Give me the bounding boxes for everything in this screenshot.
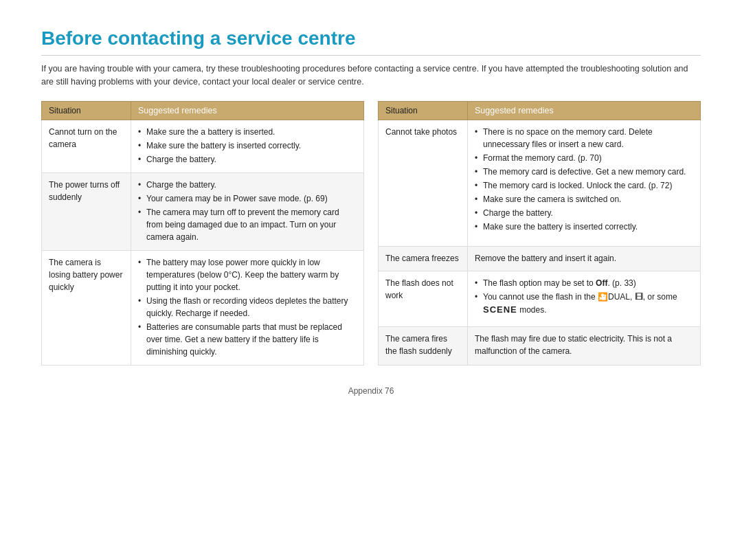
table-row: The power turns off suddenly Charge the … xyxy=(42,172,364,250)
page-title: Before contacting a service centre xyxy=(41,27,701,56)
table-row: The camera is losing battery power quick… xyxy=(42,250,364,365)
list-item: The flash option may be set to Off. (p. … xyxy=(475,277,693,289)
left-col-situation: Situation xyxy=(42,101,131,120)
scene-text: SCENE xyxy=(483,304,517,315)
remedies-cell: Remove the battery and insert it again. xyxy=(468,246,701,271)
list-item: Make sure the battery is inserted correc… xyxy=(475,221,693,233)
list-item: The memory card is locked. Unlock the ca… xyxy=(475,179,693,192)
list-item: Using the flash or recording videos depl… xyxy=(138,295,357,320)
list-item: The memory card is defective. Get a new … xyxy=(475,166,693,178)
remedies-cell: The flash option may be set to Off. (p. … xyxy=(468,271,701,326)
table-row: Cannot turn on the camera Make sure the … xyxy=(42,120,364,172)
remedies-cell: Charge the battery. Your camera may be i… xyxy=(131,172,364,250)
right-col-remedies: Suggested remedies xyxy=(468,101,701,120)
tables-wrapper: Situation Suggested remedies Cannot turn… xyxy=(41,101,701,366)
right-col-situation: Situation xyxy=(379,101,468,120)
situation-cell: The power turns off suddenly xyxy=(42,172,131,250)
left-table: Situation Suggested remedies Cannot turn… xyxy=(41,101,364,366)
table-row: The flash does not work The flash option… xyxy=(379,271,701,326)
list-item: Charge the battery. xyxy=(138,153,357,166)
remedies-cell: There is no space on the memory card. De… xyxy=(468,120,701,246)
remedies-cell: The flash may fire due to static electri… xyxy=(468,326,701,365)
list-item: Format the memory card. (p. 70) xyxy=(475,152,693,164)
right-table: Situation Suggested remedies Cannot take… xyxy=(378,101,701,366)
remedies-cell: Make sure the a battery is inserted. Mak… xyxy=(131,120,364,172)
list-item: Charge the battery. xyxy=(138,179,357,191)
list-item: Make sure the a battery is inserted. xyxy=(138,126,357,138)
dual-icon: 🎦DUAL xyxy=(598,292,630,302)
list-item: Charge the battery. xyxy=(475,207,693,219)
list-item: Make sure the battery is inserted correc… xyxy=(138,139,357,152)
table-row: Cannot take photos There is no space on … xyxy=(379,120,701,246)
situation-cell: The camera is losing battery power quick… xyxy=(42,250,131,365)
table-row: The camera freezes Remove the battery an… xyxy=(379,246,701,271)
intro-text: If you are having trouble with your came… xyxy=(41,63,701,89)
list-item: You cannot use the flash in the 🎦DUAL, 🎞… xyxy=(475,291,693,317)
list-item: Make sure the camera is switched on. xyxy=(475,193,693,205)
list-item: Batteries are consumable parts that must… xyxy=(138,321,357,358)
list-item: The camera may turn off to prevent the m… xyxy=(138,206,357,243)
remedies-cell: The battery may lose power more quickly … xyxy=(131,250,364,365)
footer: Appendix 76 xyxy=(41,386,701,396)
situation-cell: The camera freezes xyxy=(379,246,468,271)
table-row: The camera fires the flash suddenly The … xyxy=(379,326,701,365)
bold-text: Off xyxy=(596,278,607,288)
situation-cell: The camera fires the flash suddenly xyxy=(379,326,468,365)
situation-cell: Cannot turn on the camera xyxy=(42,120,131,172)
left-col-remedies: Suggested remedies xyxy=(131,101,364,120)
situation-cell: Cannot take photos xyxy=(379,120,468,246)
list-item: The battery may lose power more quickly … xyxy=(138,256,357,293)
list-item: Your camera may be in Power save mode. (… xyxy=(138,192,357,205)
situation-cell: The flash does not work xyxy=(379,271,468,326)
list-item: There is no space on the memory card. De… xyxy=(475,126,693,150)
